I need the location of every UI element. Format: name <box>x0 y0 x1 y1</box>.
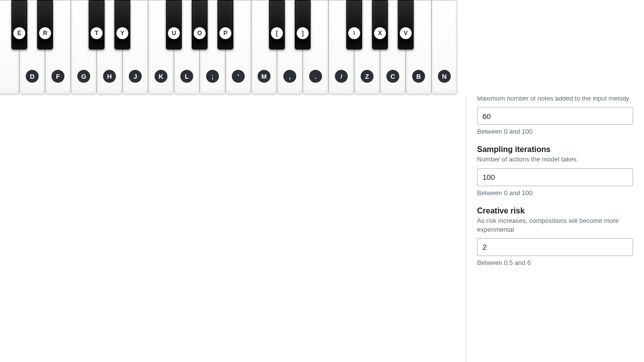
key-label: ' <box>232 70 245 83</box>
param-desc: Number of actions the model takes <box>477 155 633 164</box>
param-label: Creative risk <box>477 207 633 215</box>
key-label: O <box>194 27 206 39</box>
piano: DFGHJKL;'M,./ZCBN ERTYUOP[]\XV <box>0 0 644 97</box>
key-label: ] <box>297 27 309 39</box>
black-key[interactable]: P <box>217 0 233 50</box>
key-label: U <box>168 27 180 39</box>
key-label: V <box>400 27 412 39</box>
key-label: F <box>52 70 64 83</box>
key-label: , <box>283 70 296 83</box>
black-key[interactable]: V <box>398 0 414 50</box>
key-label: M <box>258 70 270 83</box>
sampling-iterations-input[interactable] <box>477 168 633 186</box>
black-key[interactable]: O <box>192 0 208 50</box>
keyboard-area: DFGHJKL;'M,./ZCBN ERTYUOP[]\XV <box>0 0 466 362</box>
black-key[interactable]: T <box>89 0 105 50</box>
black-key[interactable]: U <box>166 0 182 50</box>
creative-risk-input[interactable] <box>477 238 633 256</box>
black-key[interactable]: [ <box>269 0 285 50</box>
key-label: K <box>155 70 167 83</box>
key-label: ; <box>206 70 219 83</box>
key-label: L <box>180 70 193 83</box>
max-add-input[interactable] <box>477 107 633 125</box>
key-label: B <box>412 70 425 83</box>
key-label: T <box>91 27 103 39</box>
param-hint: Between 0 and 100 <box>477 128 633 135</box>
black-key[interactable]: \ <box>346 0 362 50</box>
key-label: Z <box>361 70 374 83</box>
key-label: N <box>438 70 451 83</box>
key-label: C <box>386 70 399 83</box>
param-sampling-iterations: Sampling iterations Number of actions th… <box>477 145 633 196</box>
key-label: G <box>77 70 90 83</box>
param-label: Sampling iterations <box>477 145 633 154</box>
key-label: / <box>335 70 348 83</box>
key-label: J <box>129 70 142 83</box>
key-label: \ <box>348 27 360 39</box>
key-label: X <box>374 27 386 39</box>
black-key[interactable]: ] <box>295 0 311 50</box>
key-label: R <box>39 27 51 39</box>
param-hint: Between 0 and 100 <box>477 189 633 197</box>
white-key[interactable]: N <box>431 0 457 95</box>
param-desc: As risk increases, compositions will bec… <box>477 216 633 234</box>
black-key[interactable]: Y <box>114 0 130 50</box>
black-key[interactable]: X <box>372 0 388 50</box>
key-label: . <box>309 70 322 83</box>
param-hint: Between 0.5 and 6 <box>477 259 633 266</box>
black-key[interactable]: R <box>37 0 53 50</box>
key-label: [ <box>271 27 283 39</box>
key-label: E <box>13 27 25 39</box>
key-label: D <box>26 70 39 83</box>
black-key[interactable]: E <box>11 0 27 50</box>
key-label: P <box>219 27 231 39</box>
key-label: H <box>103 70 116 83</box>
param-creative-risk: Creative risk As risk increases, composi… <box>477 207 633 266</box>
key-label: Y <box>116 27 128 39</box>
